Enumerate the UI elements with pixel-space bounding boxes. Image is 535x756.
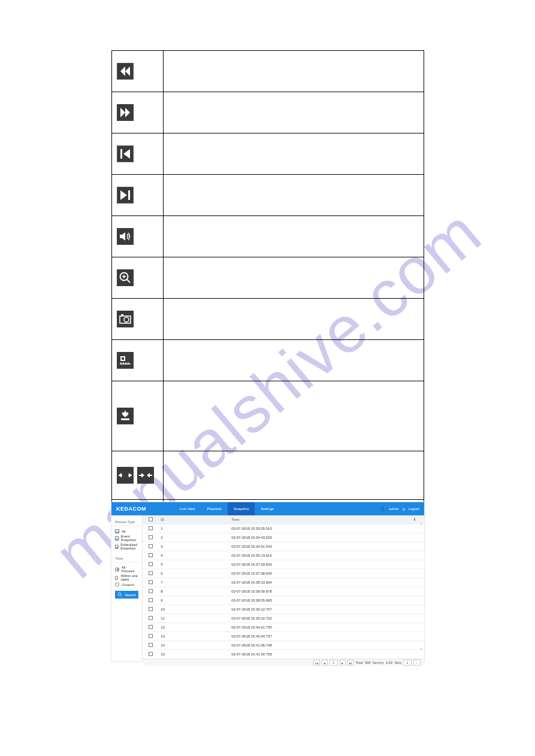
page-first-button[interactable]: I◂ [313,660,320,666]
table-row[interactable]: 902-07-2018 15:38:55.695 [143,596,424,605]
page-next-button[interactable]: ▸ [340,660,346,666]
row-checkbox-cell[interactable] [143,524,158,533]
timeline-zoom-desc [164,451,424,500]
nav-snapshot[interactable]: Snapshot [228,502,255,515]
table-row[interactable]: 1402-07-2018 15:41:36.748 [143,641,424,650]
download-icon[interactable] [117,408,134,424]
table-row[interactable]: 1202-07-2018 15:40:21.730 [143,623,424,632]
zoom-in-timeline-icon[interactable] [137,467,154,484]
table-row[interactable]: 202-07-2018 15:34:43.529 [143,533,424,542]
nav-playback[interactable]: Playback [201,502,228,515]
row-id: 9 [158,596,229,605]
page-go-button[interactable]: → [413,660,421,666]
table-row[interactable]: 1102-07-2018 15:39:22.722 [143,614,424,623]
scroll-down-icon[interactable]: ˅ [419,648,424,653]
row-checkbox-cell[interactable] [143,587,158,596]
table-row[interactable]: 602-07-2018 15:37:38.645 [143,569,424,578]
row-download-cell [405,542,424,551]
checkbox-icon[interactable] [149,616,153,620]
checkbox-icon[interactable] [149,517,153,521]
checkbox-icon[interactable] [115,529,119,533]
row-checkbox-cell[interactable] [143,614,158,623]
checkbox-icon[interactable] [115,536,119,541]
checkbox-icon[interactable] [149,598,153,602]
snapshot-camera-icon[interactable] [117,311,134,327]
volume-icon[interactable] [117,228,134,245]
logout-link[interactable]: Logout [409,507,419,511]
checkbox-icon[interactable] [149,580,153,584]
header-select-all[interactable] [143,515,158,524]
table-row[interactable]: 1302-07-2018 15:40:34.737 [143,632,424,641]
header-download[interactable]: ⬇ [405,515,424,524]
table-row[interactable]: 1002-07-2018 15:39:12.707 [143,605,424,614]
previous-frame-icon[interactable] [117,145,134,162]
checkbox-icon[interactable] [149,652,153,656]
svg-rect-1 [128,190,130,200]
zoom-icon[interactable] [117,269,134,286]
page-prev-button[interactable]: ◂ [322,660,328,666]
checkbox-icon[interactable] [149,544,153,548]
row-checkbox-cell[interactable] [143,632,158,641]
checkbox-icon[interactable] [149,526,153,530]
checkbox-icon[interactable] [149,553,153,557]
checkbox-event-snapshot[interactable]: Event Snapshot [115,534,138,542]
table-row[interactable]: 102-07-2018 15:33:35.510 [143,524,424,533]
rewind-icon[interactable] [117,63,134,80]
row-time: 02-07-2018 15:41:36.748 [229,641,405,650]
header-time[interactable]: Time [229,515,405,524]
row-checkbox-cell[interactable] [143,569,158,578]
page-skip-input[interactable]: 1 [403,660,412,666]
row-checkbox-cell[interactable] [143,551,158,560]
row-checkbox-cell[interactable] [143,596,158,605]
row-checkbox-cell[interactable] [143,605,158,614]
search-button[interactable]: Search [115,591,138,599]
nav-live-view[interactable]: Live View [174,502,201,515]
radio-icon[interactable] [115,582,119,587]
zoom-out-timeline-icon[interactable] [117,467,134,484]
zoom-desc [164,257,424,299]
row-checkbox-cell[interactable] [143,650,158,659]
toolbar-icon-table [111,50,424,541]
row-checkbox-cell[interactable] [143,578,158,587]
table-row[interactable]: 502-07-2018 15:37:29.632 [143,560,424,569]
checkbox-icon[interactable] [149,571,153,575]
checkbox-icon[interactable] [149,589,153,593]
table-row[interactable]: 402-07-2018 15:35:13.615 [143,551,424,560]
page-number-input[interactable]: 1 [330,660,338,666]
timeline-ruler-desc [164,340,424,381]
table-row[interactable]: 802-07-2018 15:38:39.678 [143,587,424,596]
next-frame-icon[interactable] [117,187,134,204]
row-checkbox-cell[interactable] [143,641,158,650]
checkbox-icon[interactable] [149,535,153,539]
download-icon[interactable]: ⬇ [413,517,416,521]
fast-forward-icon[interactable] [117,104,134,121]
radio-icon[interactable] [115,576,118,580]
checkbox-icon[interactable] [149,634,153,638]
checkbox-icon[interactable] [115,545,118,549]
radio-custom[interactable]: Custom [115,582,138,587]
checkbox-icon[interactable] [149,643,153,647]
row-checkbox-cell[interactable] [143,560,158,569]
checkbox-scheduled-snapshot[interactable]: Scheduled Snapshot [115,542,138,551]
checkbox-icon[interactable] [149,625,153,629]
row-checkbox-cell[interactable] [143,533,158,542]
table-row[interactable]: 302-07-2018 15:34:51.543 [143,542,424,551]
checkbox-icon[interactable] [149,562,153,566]
nav-settings[interactable]: Settings [255,502,280,515]
table-row[interactable]: 702-07-2018 15:38:13.664 [143,578,424,587]
checkbox-all[interactable]: All [115,529,138,534]
radio-label: Custom [122,583,134,587]
radio-all-pictures[interactable]: All Pictures [115,565,138,573]
scroll-up-icon[interactable]: ˄ [419,524,424,529]
timeline-ruler-icon[interactable] [117,352,134,369]
checkbox-icon[interactable] [149,607,153,611]
row-checkbox-cell[interactable] [143,542,158,551]
header-id[interactable]: ID [158,515,229,524]
radio-within-one-week[interactable]: Within one week [115,573,138,582]
table-row[interactable]: 1502-07-2018 15:41:50.758 [143,650,424,659]
radio-icon[interactable] [115,567,119,572]
page-last-button[interactable]: ▸I [347,660,354,666]
row-checkbox-cell[interactable] [143,623,158,632]
logout-icon[interactable]: ⎋ [403,507,405,511]
divider [111,562,142,563]
